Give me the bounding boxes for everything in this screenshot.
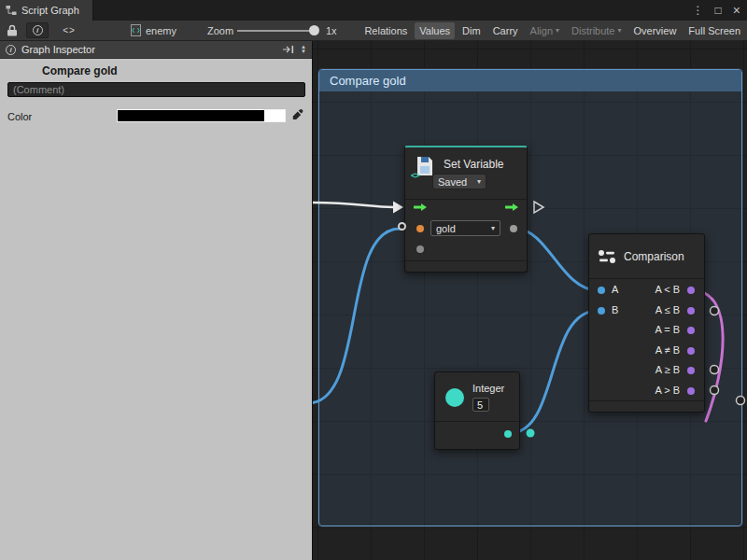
full-screen-button[interactable]: Full Screen (684, 22, 745, 39)
color-swatch[interactable] (117, 109, 286, 122)
empty-port-ring[interactable] (737, 397, 745, 405)
output-port-less-equal[interactable] (687, 307, 695, 315)
align-button[interactable]: Align▾ (526, 22, 564, 39)
variable-badge-icon: <> (411, 171, 419, 180)
toolbar-buttons: Relations Values Dim Carry Align▾ Distri… (359, 21, 745, 40)
graph-inspector-panel: i Graph Inspector ▲ ▼ Compare gold Color (0, 41, 313, 560)
zoom-label: Zoom (207, 25, 233, 36)
integer-node[interactable]: Integer (434, 371, 520, 450)
output-port-greater-equal[interactable] (687, 367, 695, 374)
port-row: A = B (589, 320, 704, 341)
unity-script-graph-window: Script Graph ⋮ □ × i <> enemy Zoom (0, 0, 747, 560)
integer-type-icon (445, 388, 464, 407)
group-comment-input[interactable] (7, 82, 305, 97)
graph-toolbar: i <> enemy Zoom 1x Relations Values Dim … (0, 21, 747, 41)
wire-arrowhead-icon (393, 202, 403, 214)
output-label: A ≥ B (655, 364, 680, 375)
output-label: A ≠ B (655, 344, 680, 356)
output-label: A = B (655, 324, 680, 335)
info-icon: i (6, 45, 16, 55)
input-label: A (612, 284, 618, 295)
output-label: A < B (655, 284, 680, 295)
graph-inspector-title: Graph Inspector (21, 44, 276, 55)
spin-down-icon[interactable]: ▼ (301, 49, 306, 54)
output-port-greater[interactable] (687, 387, 695, 395)
carry-button[interactable]: Carry (488, 22, 523, 39)
wire-value-into-set-variable[interactable] (313, 229, 400, 403)
flow-output-arrow-icon[interactable] (505, 203, 519, 212)
maximize-icon[interactable]: □ (715, 5, 722, 16)
input-port-a[interactable] (598, 287, 605, 294)
color-alpha-bar (264, 110, 285, 121)
graph-canvas[interactable]: Compare gold <> Set Variable (313, 41, 747, 560)
graph-breadcrumb[interactable]: enemy (131, 24, 176, 36)
zoom-value: 1x (326, 25, 337, 36)
chevron-down-icon: ▾ (491, 224, 495, 232)
empty-port-ring[interactable] (711, 307, 719, 315)
port-row: A ≥ B (589, 360, 704, 381)
output-label: A ≤ B (655, 304, 680, 315)
scroll-spinner[interactable]: ▲ ▼ (301, 45, 306, 54)
overview-button[interactable]: Overview (629, 22, 682, 39)
graph-inspector-header: i Graph Inspector ▲ ▼ (0, 41, 312, 59)
distribute-button[interactable]: Distribute▾ (567, 22, 626, 39)
close-icon[interactable]: × (733, 4, 740, 17)
input-label: B (612, 304, 618, 315)
group-title-field[interactable]: Compare gold (42, 64, 118, 77)
inspector-toggle-button[interactable]: i (26, 22, 49, 38)
value-port[interactable] (416, 245, 424, 253)
wire-integer-to-comparison-b[interactable] (510, 311, 598, 433)
graph-asset-icon (131, 24, 141, 36)
window-menu-icon[interactable]: ⋮ (693, 5, 704, 16)
empty-port-ring[interactable] (711, 386, 719, 395)
relations-button[interactable]: Relations (359, 22, 412, 39)
tab-label: Script Graph (21, 5, 79, 16)
port-row: B A ≤ B (589, 301, 704, 321)
chevron-down-icon: ▾ (556, 22, 559, 39)
integer-value-field[interactable] (472, 398, 489, 412)
zoom-slider-track[interactable] (237, 30, 316, 32)
value-output-port[interactable] (510, 225, 517, 232)
port-row: A ≠ B (589, 341, 704, 361)
comparison-node[interactable]: Comparison A A < B B A ≤ B A = B (588, 233, 705, 413)
preview-code-button[interactable]: <> (56, 22, 82, 38)
output-port-less[interactable] (687, 287, 695, 294)
output-port-not-equal[interactable] (687, 347, 695, 355)
wire-flow-white[interactable] (313, 203, 393, 207)
dim-button[interactable]: Dim (458, 22, 486, 39)
integer-output-port[interactable] (504, 430, 512, 438)
empty-port-ring[interactable] (711, 366, 719, 374)
flow-input-arrow-icon[interactable] (414, 203, 428, 212)
node-separator (405, 260, 527, 261)
wire-set-variable-to-comparison-a[interactable] (515, 229, 598, 290)
variable-name-port[interactable] (416, 225, 424, 232)
node-separator (589, 400, 704, 401)
output-label: A > B (655, 385, 680, 396)
lock-icon[interactable] (7, 24, 18, 36)
chevron-down-icon: ▾ (618, 22, 622, 39)
tab-script-graph[interactable]: Script Graph (0, 0, 93, 21)
node-title: Comparison (624, 250, 684, 263)
values-button[interactable]: Values (415, 22, 455, 39)
variable-name-dropdown[interactable]: gold ▾ (430, 220, 500, 236)
output-port-equal[interactable] (687, 327, 695, 334)
port-rows: A A < B B A ≤ B A = B A ≠ B (589, 280, 704, 400)
value-input-port[interactable] (398, 222, 406, 231)
chevron-down-icon: ▾ (477, 177, 481, 186)
code-icon: <> (63, 25, 76, 35)
eyedropper-icon[interactable] (291, 108, 304, 121)
comparison-icon (598, 249, 616, 264)
zoom-slider-knob[interactable] (309, 25, 319, 35)
window-controls: ⋮ □ × (693, 0, 740, 21)
node-title: Integer (472, 383, 504, 394)
set-variable-node[interactable]: <> Set Variable Saved ▾ gold ▾ (404, 146, 528, 273)
variable-kind-dropdown[interactable]: Saved ▾ (432, 174, 486, 189)
tab-bar: Script Graph ⋮ □ × (0, 0, 747, 21)
flow-target-triangle-icon (534, 202, 543, 213)
node-separator (405, 199, 527, 200)
node-separator (435, 421, 519, 422)
input-port-b[interactable] (598, 307, 605, 315)
dock-panel-icon[interactable] (282, 45, 295, 54)
color-label: Color (7, 111, 32, 122)
wire-endpoint-dot (527, 429, 535, 438)
